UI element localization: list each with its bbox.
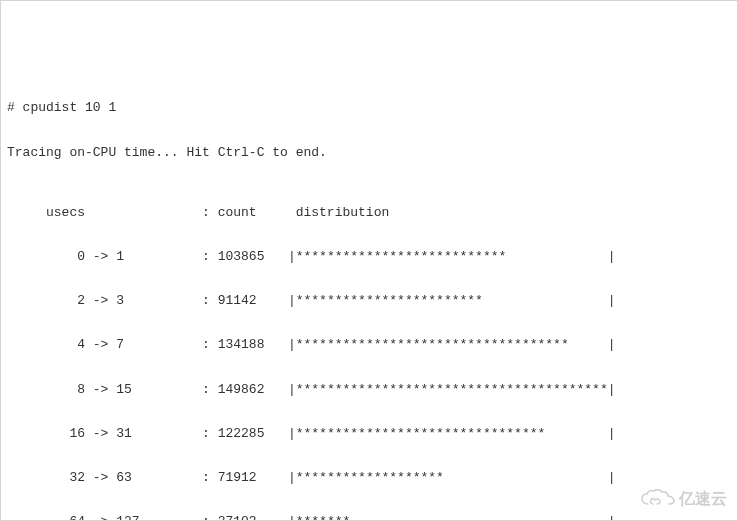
count-value: : 149862 <box>202 382 288 397</box>
histogram-header: usecs : count distribution <box>7 202 731 224</box>
count-value: : 122285 <box>202 426 288 441</box>
distribution-bar: |******************************** | <box>288 426 616 441</box>
histogram-row: 4 -> 7 : 134188 |***********************… <box>7 334 731 356</box>
watermark-logo: 亿速云 <box>641 485 727 512</box>
range-label: 8 -> 15 <box>7 382 202 397</box>
range-label: 64 -> 127 <box>7 514 202 521</box>
distribution-bar: |*********************************** | <box>288 337 616 352</box>
range-label: 0 -> 1 <box>7 249 202 264</box>
histogram-row: 64 -> 127 : 27103 |******* | <box>7 511 731 521</box>
command-line: # cpudist 10 1 <box>7 97 731 119</box>
histogram-row: 32 -> 63 : 71912 |******************* | <box>7 467 731 489</box>
range-label: 2 -> 3 <box>7 293 202 308</box>
distribution-bar: |******************* | <box>288 470 616 485</box>
histogram-row: 2 -> 3 : 91142 |************************… <box>7 290 731 312</box>
distribution-bar: |***************************************… <box>288 382 616 397</box>
range-label: 32 -> 63 <box>7 470 202 485</box>
count-value: : 91142 <box>202 293 288 308</box>
range-label: 4 -> 7 <box>7 337 202 352</box>
trace-message: Tracing on-CPU time... Hit Ctrl-C to end… <box>7 142 731 164</box>
count-value: : 134188 <box>202 337 288 352</box>
range-label: 16 -> 31 <box>7 426 202 441</box>
cloud-icon <box>641 489 675 507</box>
distribution-bar: |******* | <box>288 514 616 521</box>
distribution-bar: |************************ | <box>288 293 616 308</box>
histogram-row: 16 -> 31 : 122285 |*********************… <box>7 423 731 445</box>
count-value: : 71912 <box>202 470 288 485</box>
histogram-row: 0 -> 1 : 103865 |***********************… <box>7 246 731 268</box>
count-value: : 27103 <box>202 514 288 521</box>
watermark-text: 亿速云 <box>679 485 727 512</box>
histogram-row: 8 -> 15 : 149862 |**********************… <box>7 379 731 401</box>
distribution-bar: |*************************** | <box>288 249 616 264</box>
count-value: : 103865 <box>202 249 288 264</box>
